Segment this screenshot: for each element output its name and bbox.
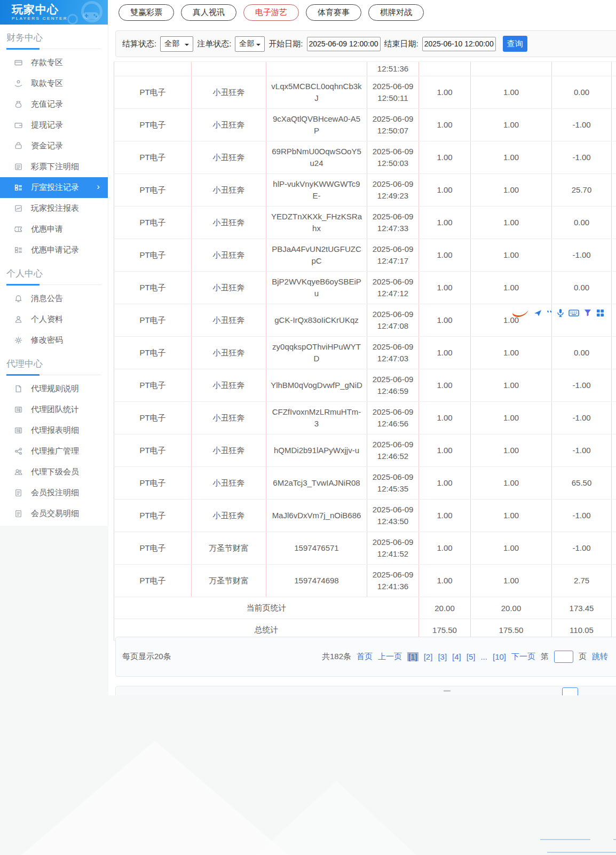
start-date-input[interactable] (307, 37, 381, 51)
sidebar-item-label: 取款专区 (31, 78, 63, 89)
cell-hall: PT电子 (114, 272, 191, 304)
mic-icon[interactable] (557, 308, 564, 318)
cell-profit: -1.00 (551, 141, 611, 173)
cell-profit: -1.00 (551, 369, 611, 401)
cell-game: 小丑狂奔 (191, 402, 266, 434)
sidebar-item[interactable]: 个人资料 (0, 309, 108, 330)
cell-valid-bet: 1.00 (470, 207, 551, 239)
table-row: PT电子小丑狂奔9cXaQtlQVBHcewA0-A5P2025-06-09 1… (114, 109, 616, 141)
next-page-link[interactable]: 下一页 (511, 652, 535, 662)
end-date-input[interactable] (422, 37, 496, 51)
ime-logo-icon[interactable] (511, 307, 530, 318)
sidebar-item[interactable]: 提现记录 (0, 115, 108, 136)
cell-hall: PT电子 (114, 467, 191, 499)
settle-status-select[interactable]: 全部 (160, 36, 193, 52)
quote-icon[interactable] (546, 310, 552, 316)
table-row: PT电子小丑狂奔hlP-vukVnyKWWGWTc9E-2025-06-09 1… (114, 174, 616, 207)
category-tab[interactable]: 电子游艺 (243, 4, 299, 21)
query-button[interactable]: 查询 (503, 36, 527, 52)
sidebar-item-label: 代理报表明细 (31, 425, 79, 436)
cell-game: 小丑狂奔 (191, 304, 266, 336)
cell-order-id: CFZfIvoxnMzLRmuHTm-3 (266, 402, 367, 434)
order-status-select[interactable]: 全部 (235, 36, 265, 52)
cell-order-id: YEDZTnXKXk_FHzKSRahx (266, 207, 367, 239)
cell-time: 2025-06-09 12:50:03 (367, 141, 418, 173)
sidebar-item[interactable]: 优惠申请记录 (0, 240, 108, 260)
cell-bet: 1.00 (418, 434, 470, 466)
cell-time: 2025-06-09 12:47:08 (367, 304, 418, 336)
apps-grid-icon[interactable] (596, 309, 604, 317)
cell-bet (418, 62, 470, 76)
sidebar-item-label: 消息公告 (31, 294, 63, 304)
keyboard-icon[interactable] (568, 309, 579, 317)
brand-header: 玩家中心 PLAYERS CENTER (0, 0, 108, 25)
cell-hall: PT电子 (114, 565, 191, 597)
players-center-page: 玩家中心 PLAYERS CENTER 财务中心存款专区取款专区充值记录提现记录… (0, 0, 616, 855)
category-tab[interactable]: 真人视讯 (181, 4, 236, 21)
table-row: PT电子小丑狂奔hQMDi2b91lAPyWxjjv-u2025-06-09 1… (114, 434, 616, 467)
cell-extra (611, 402, 616, 434)
category-tab[interactable]: 棋牌对战 (368, 4, 424, 21)
cell-game: 小丑狂奔 (191, 272, 266, 304)
cell-profit: -1.00 (551, 109, 611, 141)
sidebar-item[interactable]: 会员交易明细 (0, 503, 108, 524)
sidebar-item[interactable]: 代理报表明细 (0, 420, 108, 441)
jump-label-after: 页 (579, 652, 587, 662)
sidebar-item[interactable]: 代理下级会员 (0, 462, 108, 482)
section-divider (6, 49, 101, 49)
watermark-triangle (256, 781, 416, 855)
sidebar-item[interactable]: 玩家投注报表 (0, 198, 108, 219)
sidebar-item[interactable]: 代理规则说明 (0, 378, 108, 399)
cell-extra (611, 141, 616, 173)
sidebar-item[interactable]: 厅室投注记录› (0, 177, 108, 198)
watermark-triangle (21, 741, 288, 855)
bet-records-table: 12:51:36 PT电子小丑狂奔vLqx5MCBCL0oqhnCb3kJ202… (114, 61, 616, 641)
sidebar-item[interactable]: 修改密码 (0, 330, 108, 351)
category-tab[interactable]: 体育赛事 (306, 4, 361, 21)
sidebar-item[interactable]: 代理推广管理 (0, 441, 108, 462)
sidebar-item[interactable]: 代理团队统计 (0, 399, 108, 420)
page-number-link[interactable]: [10] (493, 652, 506, 661)
cell-time: 12:51:36 (367, 62, 418, 76)
sidebar-item[interactable]: 彩票下注明细 (0, 156, 108, 177)
cell-bet: 1.00 (418, 402, 470, 434)
sidebar-item[interactable]: 优惠申请 (0, 219, 108, 240)
page-number-link[interactable]: [3] (438, 652, 447, 661)
first-page-link[interactable]: 首页 (357, 652, 373, 662)
funnel-icon[interactable] (583, 308, 592, 317)
summary-extra (611, 597, 616, 619)
chevron-right-icon: › (97, 181, 100, 192)
sidebar-item[interactable]: 消息公告 (0, 288, 108, 309)
cell-valid-bet: 1.00 (470, 109, 551, 141)
page-number-link[interactable]: [2] (424, 652, 433, 661)
sidebar-item[interactable]: 取款专区 (0, 73, 108, 94)
cell-profit: 65.50 (551, 467, 611, 499)
sidebar-item[interactable]: 充值记录 (0, 94, 108, 115)
cell-valid-bet: 1.00 (470, 272, 551, 304)
paper-plane-icon[interactable] (534, 309, 542, 317)
cell-hall: PT电子 (114, 76, 191, 108)
page-number-current[interactable]: [1] (407, 652, 418, 661)
page-jump-input[interactable] (554, 651, 573, 663)
cell-game: 小丑狂奔 (191, 239, 266, 271)
cell-time: 2025-06-09 12:47:17 (367, 239, 418, 271)
cell-time: 2025-06-09 12:41:36 (367, 565, 418, 597)
ime-toolbar (511, 306, 604, 320)
cell-order-id: hQMDi2b91lAPyWxjjv-u (266, 434, 367, 466)
sidebar-item[interactable]: 资金记录 (0, 136, 108, 156)
cell-bet: 1.00 (418, 141, 470, 173)
summary-valid-bet: 20.00 (470, 597, 551, 619)
table-row: PT电子小丑狂奔YlhBM0qVogDvwfP_gNiD2025-06-09 1… (114, 369, 616, 402)
page-number-link[interactable]: [4] (452, 652, 461, 661)
sidebar-item-label: 代理推广管理 (31, 446, 79, 456)
category-tab[interactable]: 雙赢彩票 (119, 4, 174, 21)
page-number-link[interactable]: [5] (467, 652, 476, 661)
cell-extra (611, 532, 616, 564)
table-row: PT电子小丑狂奔zy0qqkspOThviHPuWYTD2025-06-09 1… (114, 337, 616, 369)
sidebar-item[interactable]: 存款专区 (0, 52, 108, 73)
sidebar-item-label: 资金记录 (31, 141, 63, 151)
sidebar-item[interactable]: 会员投注明细 (0, 482, 108, 503)
cell-profit: -1.00 (551, 402, 611, 434)
jump-action-link[interactable]: 跳转 (592, 652, 608, 662)
prev-page-link[interactable]: 上一页 (378, 652, 402, 662)
